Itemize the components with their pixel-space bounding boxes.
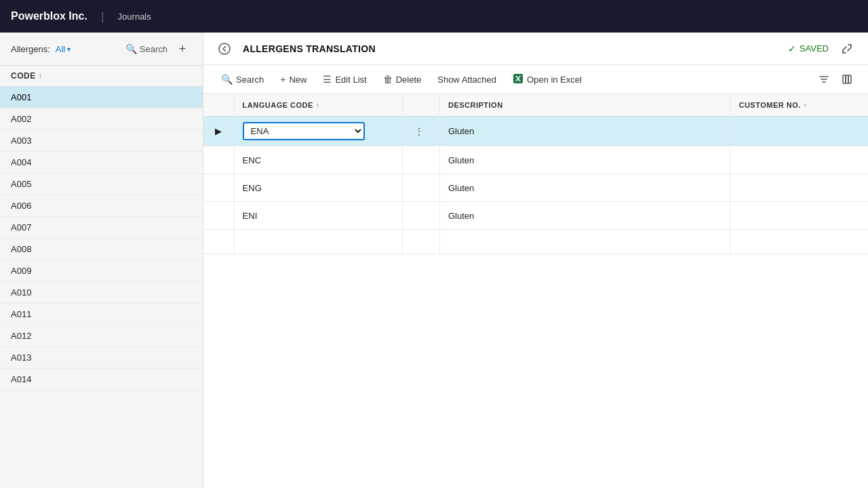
sidebar: Allergens: All ▾ 🔍 Search + CODE ↑ A001 … — [0, 33, 203, 488]
edit-list-button[interactable]: ☰ Edit List — [316, 70, 373, 88]
row-2-language-code: ENC — [243, 155, 261, 165]
th-description-label: DESCRIPTION — [448, 101, 503, 109]
language-code-select-1[interactable]: ENA ENC ENG ENI — [243, 122, 365, 140]
saved-indicator: ✓ SAVED — [788, 43, 829, 54]
sidebar-search-btn[interactable]: 🔍 Search — [125, 43, 167, 54]
sidebar-item-a002[interactable]: A002 — [0, 108, 203, 130]
allergens-filter-value: All — [56, 44, 65, 54]
sidebar-item-a001[interactable]: A001 — [0, 87, 203, 108]
sidebar-item-a012[interactable]: A012 — [0, 325, 203, 347]
sidebar-item-a006[interactable]: A006 — [0, 195, 203, 217]
row-4-customer-no — [730, 202, 868, 230]
panel-title: ALLERGENS TRANSLATION — [243, 43, 780, 54]
sidebar-item-a010[interactable]: A010 — [0, 282, 203, 304]
row-3-description: Gluten — [439, 174, 730, 202]
row-1-menu-button[interactable]: ⋮ — [411, 123, 427, 140]
th-customer-no[interactable]: CUSTOMER NO. ↑ — [730, 94, 868, 117]
filter-button[interactable] — [814, 69, 834, 89]
row-indicator-2 — [203, 146, 234, 174]
toolbar: 🔍 Search + New ☰ Edit List 🗑 Delete Show… — [203, 65, 868, 94]
search-button[interactable]: 🔍 Search — [214, 70, 271, 88]
row-3-menu-cell: ⋮ — [402, 174, 439, 202]
th-language-code-label: LANGUAGE CODE — [243, 101, 313, 109]
empty-row-lang — [234, 230, 402, 254]
row-4-description-text: Gluten — [448, 211, 474, 221]
row-2-description-text: Gluten — [448, 155, 474, 165]
sidebar-item-a013[interactable]: A013 — [0, 347, 203, 369]
nav-journals[interactable]: Journals — [118, 12, 151, 22]
sidebar-list: A001 A002 A003 A004 A005 A006 A007 A008 … — [0, 87, 203, 488]
sidebar-item-a004[interactable]: A004 — [0, 152, 203, 174]
sidebar-item-a003[interactable]: A003 — [0, 130, 203, 152]
columns-button[interactable] — [837, 69, 857, 89]
sidebar-item-a007[interactable]: A007 — [0, 217, 203, 239]
empty-row-desc — [439, 230, 730, 254]
table-row: ENC ⋮ Gluten — [203, 146, 868, 174]
row-indicator-4 — [203, 202, 234, 230]
sidebar-item-a009[interactable]: A009 — [0, 260, 203, 282]
th-customer-no-label: CUSTOMER NO. — [738, 101, 800, 109]
search-icon: 🔍 — [221, 74, 233, 85]
expand-button[interactable] — [837, 39, 857, 59]
row-indicator-1: ▶ — [203, 117, 234, 146]
row-1-description-text: Gluten — [448, 126, 474, 136]
th-indicator — [203, 94, 234, 117]
th-description[interactable]: DESCRIPTION — [439, 94, 730, 117]
row-3-language-code: ENG — [243, 183, 262, 193]
row-3-description-text: Gluten — [448, 183, 474, 193]
sidebar-item-a005[interactable]: A005 — [0, 174, 203, 195]
row-4-description: Gluten — [439, 202, 730, 230]
row-3-lang-cell: ENG — [234, 174, 402, 202]
customer-sort-icon: ↑ — [804, 102, 808, 109]
row-3-customer-no — [730, 174, 868, 202]
th-language-code[interactable]: LANGUAGE CODE ↑ — [234, 94, 402, 117]
show-attached-label: Show Attached — [437, 75, 496, 85]
row-2-customer-no — [730, 146, 868, 174]
table-row: ▶ ENA ENC ENG ENI ⋮ — [203, 117, 868, 146]
row-1-menu-cell: ⋮ — [402, 117, 439, 146]
top-nav: Powerblox Inc. | Journals — [0, 0, 868, 33]
show-attached-button[interactable]: Show Attached — [431, 71, 503, 88]
empty-row-customer — [730, 230, 868, 254]
edit-list-icon: ☰ — [323, 74, 332, 85]
row-2-description: Gluten — [439, 146, 730, 174]
edit-list-label: Edit List — [335, 75, 366, 85]
sidebar-add-button[interactable]: + — [173, 39, 192, 58]
app-title: Powerblox Inc. — [11, 10, 87, 22]
row-indicator-3 — [203, 174, 234, 202]
open-excel-label: Open in Excel — [527, 75, 582, 85]
row-4-language-code: ENI — [243, 211, 258, 221]
new-icon: + — [280, 74, 285, 85]
saved-check-icon: ✓ — [788, 43, 796, 54]
excel-icon — [513, 73, 524, 86]
allergens-label: Allergens: — [11, 44, 50, 54]
table-row: ENG ⋮ Gluten — [203, 174, 868, 202]
row-1-description: Gluten — [439, 117, 730, 146]
row-2-lang-cell: ENC — [234, 146, 402, 174]
language-code-sort-icon: ↑ — [316, 102, 320, 109]
right-panel: ALLERGENS TRANSLATION ✓ SAVED 🔍 Search +… — [203, 33, 868, 488]
sidebar-item-a008[interactable]: A008 — [0, 239, 203, 260]
row-2-menu-cell: ⋮ — [402, 146, 439, 174]
allergens-filter-dropdown[interactable]: All ▾ — [56, 44, 71, 54]
table-area: LANGUAGE CODE ↑ DESCRIPTION — [203, 94, 868, 488]
empty-row-indicator — [203, 230, 234, 254]
sidebar-header: Allergens: All ▾ 🔍 Search + — [0, 33, 203, 66]
back-button[interactable] — [214, 39, 235, 59]
nav-divider: | — [101, 9, 104, 24]
sidebar-item-a011[interactable]: A011 — [0, 304, 203, 325]
sidebar-code-header: CODE ↑ — [0, 66, 203, 87]
open-excel-button[interactable]: Open in Excel — [506, 70, 589, 89]
translations-table: LANGUAGE CODE ↑ DESCRIPTION — [203, 94, 868, 254]
row-1-customer-no — [730, 117, 868, 146]
search-label: Search — [236, 75, 264, 85]
delete-button[interactable]: 🗑 Delete — [376, 70, 429, 88]
row-4-menu-cell: ⋮ — [402, 202, 439, 230]
row-4-lang-cell: ENI — [234, 202, 402, 230]
delete-icon: 🗑 — [383, 74, 393, 85]
empty-row-menu — [402, 230, 439, 254]
new-button[interactable]: + New — [273, 70, 313, 88]
code-header-label: CODE — [11, 71, 36, 81]
sidebar-item-a014[interactable]: A014 — [0, 369, 203, 390]
code-sort-icon: ↑ — [39, 73, 43, 80]
